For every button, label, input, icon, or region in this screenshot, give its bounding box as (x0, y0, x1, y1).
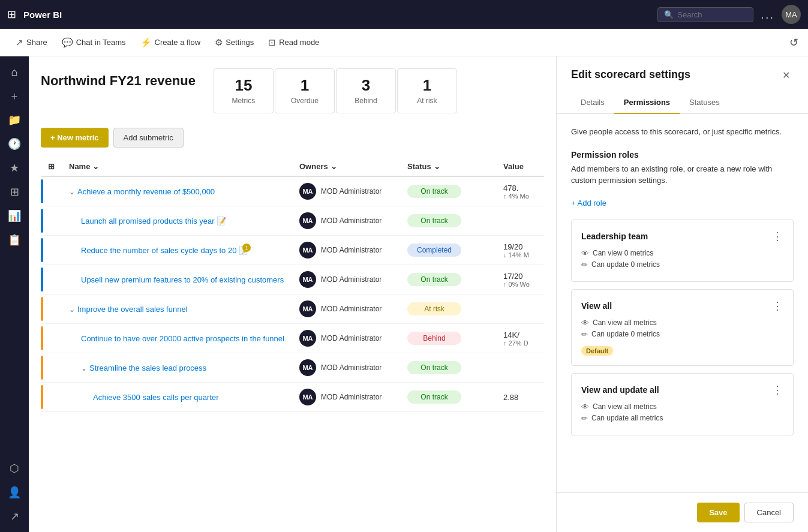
permission-roles-title: Permission roles (571, 150, 794, 160)
new-metric-button[interactable]: + New metric (41, 128, 109, 148)
owner-name: MOD Administrator (321, 246, 382, 254)
role-name: Leadership team (581, 232, 648, 241)
status-cell: On track (400, 176, 496, 206)
refresh-icon[interactable]: ↺ (789, 36, 798, 49)
stats-row: 15Metrics1Overdue3Behind1At risk (214, 68, 544, 113)
filter-icon[interactable]: ⊞ (48, 162, 55, 171)
metric-name-link[interactable]: Streamline the sales lead process (89, 363, 206, 372)
share-button[interactable]: ↗ Share (10, 34, 53, 52)
grid-icon[interactable]: ⊞ (7, 8, 16, 21)
role-more-options[interactable]: ⋮ (772, 230, 783, 243)
avatar: MA (299, 300, 316, 317)
sidebar-item-profile[interactable]: 👤 (4, 482, 25, 503)
permission-item: 👁 Can view all metrics (581, 318, 783, 327)
color-bar-cell (41, 265, 62, 294)
stat-number: 3 (351, 76, 381, 95)
sidebar-item-arrow[interactable]: ↗ (4, 506, 25, 527)
status-badge: On track (407, 390, 461, 404)
sidebar-item-recent[interactable]: 🕐 (4, 133, 25, 155)
toolbar: ↗ Share 💬 Chat in Teams ⚡ Create a flow … (0, 29, 808, 56)
search-input[interactable] (677, 10, 747, 19)
status-sort-icon[interactable]: ⌄ (434, 162, 440, 171)
metric-name-link[interactable]: Improve the overall sales funnel (77, 305, 188, 314)
sidebar-item-home[interactable]: ⌂ (4, 61, 25, 83)
panel-tab[interactable]: Statuses (680, 92, 729, 114)
metric-name-link[interactable]: Launch all promised products this year (81, 217, 215, 226)
create-flow-button[interactable]: ⚡ Create a flow (134, 34, 207, 52)
role-more-options[interactable]: ⋮ (772, 383, 783, 396)
stat-card: 15Metrics (214, 68, 274, 113)
permission-roles-desc: Add members to an existing role, or crea… (571, 163, 794, 187)
metric-name-cell: ⌄Achieve a monthly revenue of $500,000 (62, 176, 292, 206)
panel-tab[interactable]: Permissions (614, 92, 680, 114)
sidebar-item-apps[interactable]: ⊞ (4, 181, 25, 203)
metric-name-link[interactable]: Upsell new premium features to 20% of ex… (81, 275, 284, 284)
status-badge: On track (407, 185, 461, 198)
metric-name-link[interactable]: Achieve a monthly revenue of $500,000 (77, 187, 215, 196)
permission-text: Can view 0 metrics (593, 249, 653, 257)
stat-card: 1At risk (397, 68, 457, 113)
value-cell (496, 353, 544, 383)
metric-name-link[interactable]: Reduce the number of sales cycle days to… (81, 246, 236, 255)
name-header: Name ⌄ (62, 157, 292, 176)
metric-name-cell: Reduce the number of sales cycle days to… (62, 236, 292, 265)
sidebar-item-metrics[interactable]: 📊 (4, 205, 25, 227)
role-name: View all (581, 301, 612, 311)
owner-name: MOD Administrator (321, 363, 382, 372)
collapse-button[interactable]: ⌄ (69, 188, 75, 196)
save-button[interactable]: Save (697, 503, 739, 522)
edit-icon: ✏ (581, 330, 588, 339)
name-sort-icon[interactable]: ⌄ (92, 162, 99, 171)
sidebar-item-favorites[interactable]: ★ (4, 157, 25, 179)
metric-name-cell: Achieve 3500 sales calls per quarter (62, 383, 292, 412)
cancel-button[interactable]: Cancel (744, 503, 794, 522)
color-bar (41, 238, 43, 262)
right-panel: Edit scorecard settings ✕ DetailsPermiss… (556, 56, 808, 532)
avatar[interactable]: MA (782, 5, 801, 24)
collapse-button[interactable]: ⌄ (81, 364, 87, 372)
owners-sort-icon[interactable]: ⌄ (331, 162, 337, 171)
role-card: View and update all ⋮ 👁 Can view all met… (571, 373, 794, 435)
panel-footer: Save Cancel (557, 492, 808, 532)
stat-number: 1 (412, 76, 442, 95)
panel-tab[interactable]: Details (571, 92, 614, 114)
value-cell: 478.↑ 4% Mo (496, 176, 544, 206)
status-badge: At risk (407, 302, 461, 315)
create-flow-label: Create a flow (155, 38, 201, 47)
name-header-label: Name (69, 162, 90, 171)
role-more-options[interactable]: ⋮ (772, 299, 783, 312)
sidebar-item-create[interactable]: ＋ (4, 85, 25, 107)
color-bar (41, 179, 43, 203)
main-layout: ⌂ ＋ 📁 🕐 ★ ⊞ 📊 📋 ⬡ 👤 ↗ Northwind FY21 rev… (0, 56, 808, 532)
color-bar-cell (41, 236, 62, 265)
note-icon[interactable]: 📝1 (239, 246, 248, 255)
search-box[interactable]: 🔍 (657, 7, 753, 22)
metric-name-link[interactable]: Continue to have over 20000 active prosp… (81, 334, 284, 343)
add-role-button[interactable]: + Add role (571, 196, 606, 210)
eye-icon: 👁 (581, 402, 589, 411)
owner-cell: MAMOD Administrator (292, 176, 400, 206)
collapse-button[interactable]: ⌄ (69, 305, 75, 314)
owner-cell: MAMOD Administrator (292, 294, 400, 324)
chat-in-teams-button[interactable]: 💬 Chat in Teams (56, 34, 132, 52)
owners-header-label: Owners (299, 162, 328, 171)
avatar: MA (299, 359, 316, 376)
more-options-icon[interactable]: ... (761, 8, 774, 22)
metric-name-link[interactable]: Achieve 3500 sales calls per quarter (93, 393, 219, 402)
add-submetric-button[interactable]: Add submetric (113, 128, 184, 148)
role-card-header: Leadership team ⋮ (581, 230, 783, 243)
value-cell (496, 206, 544, 236)
color-bar (41, 267, 43, 291)
panel-close-button[interactable]: ✕ (779, 68, 794, 82)
panel-body: Give people access to this scorecard, or… (557, 114, 808, 492)
owners-header: Owners ⌄ (292, 157, 400, 176)
settings-button[interactable]: ⚙ Settings (209, 34, 260, 52)
read-mode-button[interactable]: ⊡ Read mode (262, 34, 325, 52)
sidebar-item-browse[interactable]: 📁 (4, 109, 25, 131)
note-icon[interactable]: 📝 (217, 217, 226, 226)
sidebar-item-workspaces[interactable]: 📋 (4, 229, 25, 251)
value-text: 17/20 (503, 272, 537, 281)
sidebar-item-datahub[interactable]: ⬡ (4, 458, 25, 479)
avatar: MA (299, 183, 316, 200)
stat-label: Metrics (232, 97, 256, 105)
